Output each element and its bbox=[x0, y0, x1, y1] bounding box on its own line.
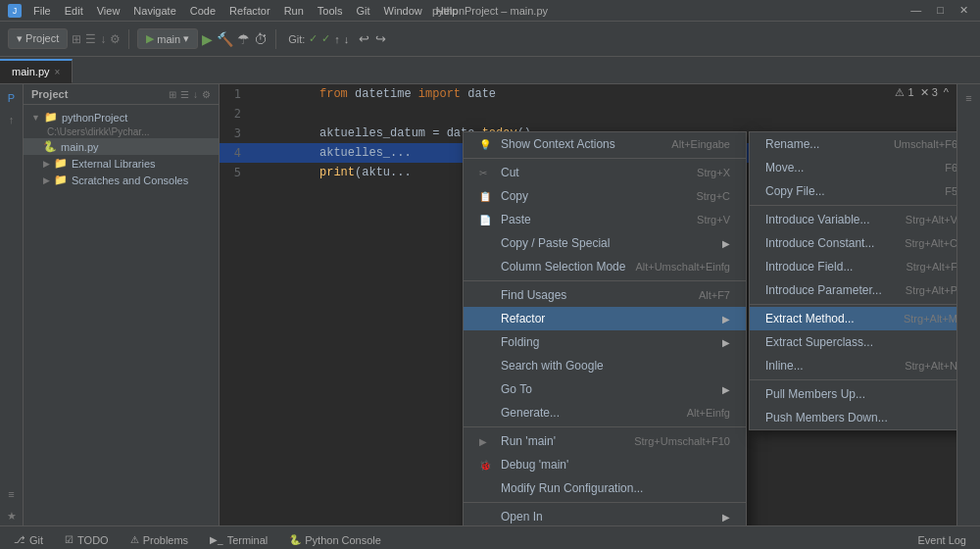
close-button[interactable]: ✕ bbox=[956, 4, 972, 17]
sidebar-project-icon[interactable]: P bbox=[2, 88, 22, 108]
ctx-sep-4 bbox=[464, 502, 746, 503]
tree-root[interactable]: ▼ 📁 pythonProject bbox=[24, 109, 219, 125]
git-check-1[interactable]: ✓ bbox=[309, 32, 318, 45]
tree-item-scratches[interactable]: ▶ 📁 Scratches and Consoles bbox=[24, 172, 219, 188]
sub-shortcut-move: F6 bbox=[945, 162, 956, 174]
run-config-dropdown[interactable]: ▶ main ▾ bbox=[137, 28, 198, 49]
tab-close[interactable]: × bbox=[55, 67, 61, 77]
sidebar-favorites-icon[interactable]: ★ bbox=[2, 506, 22, 525]
ctx-paste[interactable]: 📄 Paste Strg+V bbox=[464, 208, 746, 231]
sub-inline[interactable]: Inline... Strg+Alt+N bbox=[750, 354, 956, 377]
ctx-folding[interactable]: Folding ▶ bbox=[464, 330, 746, 354]
project-panel-icons: ⊞ ☰ ↓ ⚙ bbox=[169, 89, 211, 100]
btab-todo[interactable]: ☑ TODO bbox=[55, 530, 119, 550]
project-dropdown[interactable]: ▾ Project bbox=[8, 28, 68, 49]
sub-extract-method[interactable]: Extract Method... Strg+Alt+M bbox=[750, 307, 956, 330]
sub-rename[interactable]: Rename... Umschalt+F6 bbox=[750, 132, 956, 156]
ctx-cut[interactable]: ✂ Cut Strg+X bbox=[464, 161, 746, 184]
project-icon-4[interactable]: ⚙ bbox=[202, 89, 211, 100]
git-check-2[interactable]: ✓ bbox=[321, 32, 330, 45]
project-icon-2[interactable]: ☰ bbox=[180, 89, 189, 100]
line-num-3: 3 bbox=[220, 126, 249, 140]
tree-arrow-scratches: ▶ bbox=[43, 175, 50, 185]
toolbar-icon-4[interactable]: ⚙ bbox=[110, 32, 121, 46]
profile-button[interactable]: ⏱ bbox=[254, 31, 268, 47]
ctx-column-selection[interactable]: Column Selection Mode Alt+Umschalt+Einfg bbox=[464, 255, 746, 278]
ctx-copy-paste-special[interactable]: Copy / Paste Special ▶ bbox=[464, 231, 746, 255]
ctx-shortcut-paste: Strg+V bbox=[697, 214, 730, 225]
menu-view[interactable]: View bbox=[91, 3, 126, 19]
ctx-arrow-folding: ▶ bbox=[722, 337, 730, 348]
run-config-arrow: ▾ bbox=[183, 32, 189, 45]
ctx-open-in[interactable]: Open In ▶ bbox=[464, 505, 746, 525]
toolbar-icon-3[interactable]: ↓ bbox=[100, 32, 106, 46]
sub-intro-parameter[interactable]: Introduce Parameter... Strg+Alt+P bbox=[750, 278, 956, 302]
btab-python-label: Python Console bbox=[305, 534, 381, 546]
menu-refactor[interactable]: Refactor bbox=[223, 3, 276, 19]
undo-button[interactable]: ↩ bbox=[357, 31, 371, 46]
ctx-search-google[interactable]: Search with Google bbox=[464, 354, 746, 377]
project-icon-3[interactable]: ↓ bbox=[193, 89, 198, 100]
menu-file[interactable]: File bbox=[27, 3, 57, 19]
sub-move[interactable]: Move... F6 bbox=[750, 156, 956, 179]
menu-code[interactable]: Code bbox=[184, 3, 221, 19]
btab-terminal[interactable]: ▶_ Terminal bbox=[200, 530, 277, 550]
btab-todo-label: TODO bbox=[77, 534, 109, 546]
ctx-arrow-cps: ▶ bbox=[722, 238, 730, 249]
sub-shortcut-inline: Strg+Alt+N bbox=[905, 360, 956, 372]
menu-tools[interactable]: Tools bbox=[312, 3, 349, 19]
run-config-label: main bbox=[157, 33, 180, 45]
btab-event-log[interactable]: Event Log bbox=[907, 530, 976, 550]
build-button[interactable]: 🔨 bbox=[217, 31, 233, 47]
menu-window[interactable]: Window bbox=[378, 3, 428, 19]
menu-navigate[interactable]: Navigate bbox=[127, 3, 181, 19]
ctx-goto[interactable]: Go To ▶ bbox=[464, 377, 746, 401]
btab-problems[interactable]: ⚠ Problems bbox=[121, 530, 198, 550]
tab-main-py[interactable]: main.py × bbox=[0, 59, 73, 83]
sub-push-down[interactable]: Push Members Down... bbox=[750, 406, 956, 429]
minimize-button[interactable]: — bbox=[906, 4, 925, 17]
window-title: pythonProject – main.py bbox=[432, 5, 548, 17]
project-icon-1[interactable]: ⊞ bbox=[169, 89, 176, 100]
sidebar-structure-icon[interactable]: ≡ bbox=[2, 484, 22, 504]
menu-run[interactable]: Run bbox=[278, 3, 310, 19]
tree-item-main-py[interactable]: 🐍 main.py bbox=[24, 138, 219, 155]
gutter-warning-icon: ⚠ 1 bbox=[895, 86, 913, 99]
sidebar-commit-icon[interactable]: ↑ bbox=[2, 110, 22, 129]
maximize-button[interactable]: □ bbox=[933, 4, 948, 17]
btab-python-console[interactable]: 🐍 Python Console bbox=[279, 530, 391, 550]
ctx-show-context-actions[interactable]: 💡 Show Context Actions Alt+Eingabe bbox=[464, 132, 746, 156]
menu-edit[interactable]: Edit bbox=[59, 3, 89, 19]
tree-item-external[interactable]: ▶ 📁 External Libraries bbox=[24, 155, 219, 172]
ctx-label-mr: Modify Run Configuration... bbox=[501, 481, 643, 495]
ctx-copy[interactable]: 📋 Copy Strg+C bbox=[464, 184, 746, 208]
coverage-button[interactable]: ☂ bbox=[237, 31, 250, 47]
toolbar-icon-1[interactable]: ⊞ bbox=[72, 32, 81, 46]
ctx-left-sg: Search with Google bbox=[479, 359, 604, 373]
git-push-icon[interactable]: ↑ bbox=[334, 33, 340, 45]
git-fetch-icon[interactable]: ↓ bbox=[344, 33, 350, 45]
sub-intro-field[interactable]: Introduce Field... Strg+Alt+F bbox=[750, 255, 956, 278]
sub-copy-file[interactable]: Copy File... F5 bbox=[750, 179, 956, 203]
redo-button[interactable]: ↪ bbox=[373, 31, 388, 46]
ctx-debug-main[interactable]: 🐞 Debug 'main' bbox=[464, 453, 746, 476]
menu-git[interactable]: Git bbox=[351, 3, 376, 19]
ctx-find-usages[interactable]: Find Usages Alt+F7 bbox=[464, 283, 746, 307]
ctx-refactor[interactable]: Refactor ▶ bbox=[464, 307, 746, 330]
right-sidebar-icon-1[interactable]: ≡ bbox=[959, 88, 979, 108]
toolbar-icon-2[interactable]: ☰ bbox=[85, 32, 96, 46]
sub-intro-variable[interactable]: Introduce Variable... Strg+Alt+V bbox=[750, 208, 956, 231]
sub-shortcut-copy-file: F5 bbox=[945, 185, 956, 197]
ctx-generate[interactable]: Generate... Alt+Einfg bbox=[464, 401, 746, 424]
ctx-label-refactor: Refactor bbox=[501, 312, 545, 325]
editor-area[interactable]: 1 from datetime import date 2 3 aktuelle… bbox=[220, 84, 956, 525]
sub-intro-constant[interactable]: Introduce Constant... Strg+Alt+C bbox=[750, 231, 956, 255]
btab-git[interactable]: ⎇ Git bbox=[4, 530, 53, 550]
ctx-modify-run[interactable]: Modify Run Configuration... bbox=[464, 476, 746, 500]
sub-pull-up[interactable]: Pull Members Up... bbox=[750, 382, 956, 406]
gutter-collapse-icon[interactable]: ^ bbox=[944, 86, 949, 99]
run-button[interactable]: ▶ bbox=[202, 31, 213, 47]
sub-extract-superclass[interactable]: Extract Superclass... bbox=[750, 330, 956, 354]
toolbar-separator-2 bbox=[275, 29, 276, 49]
ctx-run-main[interactable]: ▶ Run 'main' Strg+Umschalt+F10 bbox=[464, 429, 746, 453]
